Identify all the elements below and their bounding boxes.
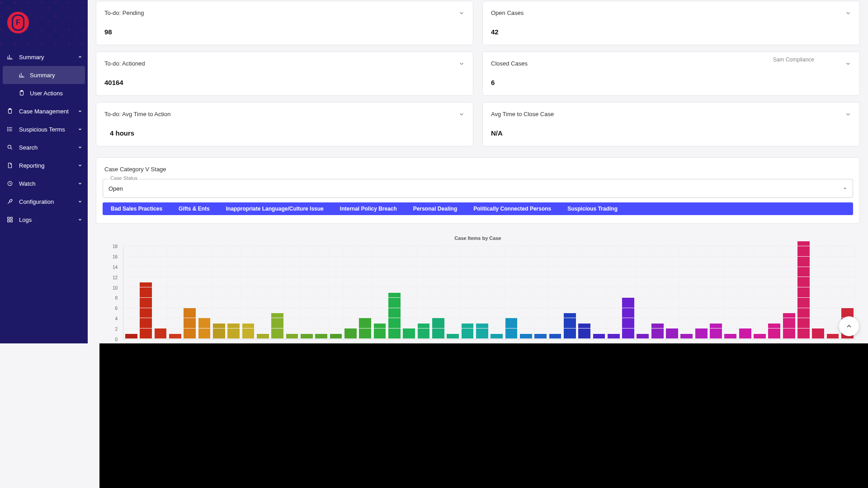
card-value: 6 <box>491 79 851 86</box>
select-label: Case Status <box>108 175 139 181</box>
app-logo[interactable]: F <box>7 12 29 33</box>
nav-configuration[interactable]: Configuration <box>0 192 88 211</box>
nav-summary-label: Summary <box>19 54 78 61</box>
chevron-down-icon[interactable] <box>458 10 465 16</box>
svg-point-9 <box>8 131 8 131</box>
panel-case-category: Case Category V Stage Case Status Open B… <box>96 157 860 224</box>
chart-bar[interactable] <box>666 328 678 339</box>
card-todo-actioned[interactable]: To-do: Actioned 40164 <box>96 52 473 96</box>
chart-bar[interactable] <box>783 313 795 339</box>
card-todo-pending[interactable]: To-do: Pending 98 <box>96 1 473 45</box>
chart-bar[interactable] <box>578 324 590 339</box>
chart-bar[interactable] <box>140 282 152 339</box>
tab-internal-policy-breach[interactable]: Internal Policy Breach <box>332 206 405 212</box>
nav-configuration-label: Configuration <box>19 198 78 205</box>
nav-reporting-label: Reporting <box>19 162 78 169</box>
chart-bar[interactable] <box>710 324 722 339</box>
chevron-down-icon[interactable] <box>845 10 851 16</box>
svg-rect-14 <box>10 217 12 219</box>
nav-suspicious-terms[interactable]: Suspicious Terms <box>0 120 88 138</box>
chart-bar[interactable] <box>768 324 780 339</box>
dropdown-icon <box>843 186 847 191</box>
chevron-down-icon <box>78 199 82 204</box>
grid-icon <box>6 216 14 223</box>
tab-inappropriate-language-culture-issue[interactable]: Inappropriate Language/Culture Issue <box>218 206 332 212</box>
chart-bar[interactable] <box>242 324 255 339</box>
chart-bar[interactable] <box>155 328 167 339</box>
chart-bar[interactable] <box>403 328 415 339</box>
nav-summary-user-actions-label: User Actions <box>30 90 63 97</box>
card-value: 40164 <box>104 79 465 86</box>
chart-y-ticks: 024681012141618 <box>96 246 121 339</box>
nav-summary[interactable]: Summary <box>0 48 88 66</box>
chevron-down-icon <box>78 217 82 222</box>
nav-case-management[interactable]: Case Management <box>0 102 88 120</box>
y-tick: 2 <box>115 327 118 332</box>
chevron-down-icon[interactable] <box>845 61 851 67</box>
chart-bar[interactable] <box>344 328 357 339</box>
card-value: 42 <box>491 28 851 36</box>
card-title: Closed Cases <box>491 60 528 67</box>
file-icon <box>6 162 14 169</box>
card-value: 98 <box>104 28 465 36</box>
chart-bar[interactable] <box>388 293 401 339</box>
sidebar: F Summary Summary User Actions Case Mana… <box>0 0 88 343</box>
tab-personal-dealing[interactable]: Personal Dealing <box>405 206 465 212</box>
list-icon <box>6 126 14 133</box>
bar-chart-icon <box>18 71 25 79</box>
chevron-down-icon <box>78 127 82 131</box>
chevron-down-icon[interactable] <box>845 111 851 117</box>
chart-bar[interactable] <box>651 324 664 339</box>
card-closed-cases[interactable]: Closed Cases Sam Compliance 6 <box>482 52 860 96</box>
clipboard-icon <box>6 108 14 115</box>
nav-logs[interactable]: Logs <box>0 211 88 229</box>
search-icon <box>6 144 14 151</box>
chevron-down-icon[interactable] <box>458 61 465 67</box>
chart-title: Case Items by Case <box>96 234 860 241</box>
chart-bar[interactable] <box>695 328 708 339</box>
nav-case-management-label: Case Management <box>19 108 78 115</box>
card-open-cases[interactable]: Open Cases 42 <box>482 1 860 45</box>
card-avg-time-action[interactable]: To-do: Avg Time to Action 4 hours <box>96 102 473 146</box>
nav-summary-user-actions[interactable]: User Actions <box>3 84 85 102</box>
chart-bar[interactable] <box>271 313 283 339</box>
nav-suspicious-terms-label: Suspicious Terms <box>19 126 78 133</box>
chart-bar[interactable] <box>462 324 474 339</box>
chart-bar[interactable] <box>374 324 386 339</box>
nav-summary-summary-label: Summary <box>30 72 55 79</box>
chart-bar[interactable] <box>213 324 225 339</box>
nav-search-label: Search <box>19 144 78 151</box>
tab-bad-sales-practices[interactable]: Bad Sales Practices <box>103 206 170 212</box>
chevron-down-icon <box>78 181 82 186</box>
category-tabs: Bad Sales PracticesGifts & EntsInappropr… <box>103 202 853 215</box>
chart-bar[interactable] <box>227 324 240 339</box>
tab-suspicious-trading[interactable]: Suspicious Trading <box>559 206 626 212</box>
chart-bar[interactable] <box>564 313 576 339</box>
nav-summary-summary[interactable]: Summary <box>3 66 85 84</box>
y-tick: 16 <box>113 254 118 259</box>
chart-bar[interactable] <box>476 324 488 339</box>
chevron-down-icon[interactable] <box>458 111 465 117</box>
clipboard-icon <box>18 89 25 97</box>
nav-logs-label: Logs <box>19 216 78 223</box>
nav-watch[interactable]: Watch <box>0 174 88 192</box>
scroll-to-top-button[interactable] <box>839 316 859 336</box>
nav-search[interactable]: Search <box>0 138 88 156</box>
chart-bar[interactable] <box>739 328 751 339</box>
y-tick: 8 <box>115 296 118 300</box>
card-avg-time-close[interactable]: Avg Time to Close Case N/A <box>482 102 860 146</box>
tab-politically-connected-persons[interactable]: Politically Connected Persons <box>465 206 559 212</box>
chart-case-items: Case Items by Case 024681012141618 <box>96 234 860 343</box>
chart-bar[interactable] <box>184 308 196 339</box>
svg-point-10 <box>8 145 11 148</box>
case-status-select[interactable]: Case Status Open <box>103 179 853 198</box>
closed-cases-user: Sam Compliance <box>773 56 814 63</box>
y-tick: 4 <box>115 316 118 321</box>
tab-gifts-ents[interactable]: Gifts & Ents <box>170 206 218 212</box>
nav-reporting[interactable]: Reporting <box>0 156 88 174</box>
chart-bar[interactable] <box>418 324 430 339</box>
chart-bar[interactable] <box>812 328 824 339</box>
svg-rect-16 <box>10 220 12 222</box>
bottom-black-region <box>99 343 868 488</box>
y-tick: 18 <box>113 244 118 249</box>
